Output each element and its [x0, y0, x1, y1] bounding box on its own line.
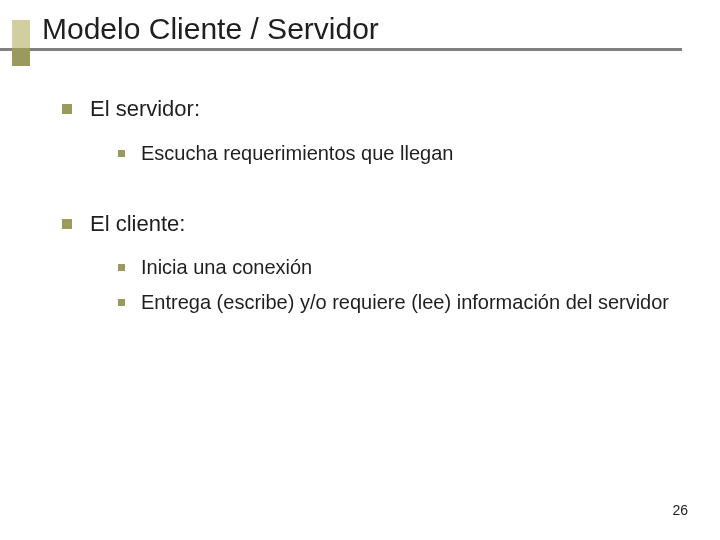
section-heading-text: El cliente: [90, 209, 680, 239]
accent-box-light [12, 20, 30, 48]
section-heading: El servidor: [62, 94, 680, 124]
title-underline [0, 48, 682, 51]
list-item-text: Escucha requerimientos que llegan [141, 140, 680, 167]
square-bullet-icon [62, 219, 72, 229]
section-heading-text: El servidor: [90, 94, 680, 124]
square-bullet-icon [118, 150, 125, 157]
slide-content: El servidor: Escucha requerimientos que … [62, 88, 680, 324]
square-bullet-icon [118, 299, 125, 306]
list-item-text: Inicia una conexión [141, 254, 680, 281]
square-bullet-icon [118, 264, 125, 271]
list-item-text: Entrega (escribe) y/o requiere (lee) inf… [141, 289, 680, 316]
page-number: 26 [672, 502, 688, 518]
list-item: Entrega (escribe) y/o requiere (lee) inf… [118, 289, 680, 316]
section-heading: El cliente: [62, 209, 680, 239]
square-bullet-icon [62, 104, 72, 114]
slide-title: Modelo Cliente / Servidor [42, 12, 379, 46]
list-item: Escucha requerimientos que llegan [118, 140, 680, 167]
list-item: Inicia una conexión [118, 254, 680, 281]
accent-box-dark [12, 48, 30, 66]
